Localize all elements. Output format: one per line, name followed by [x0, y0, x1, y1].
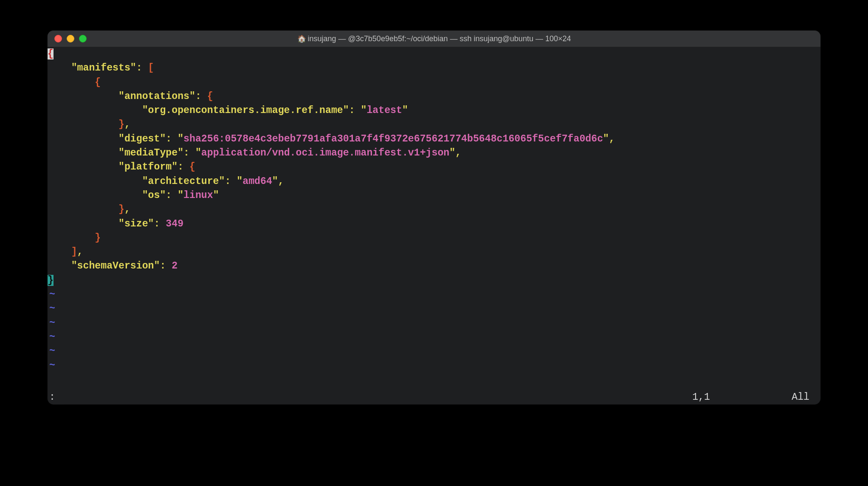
json-key: mediaType [124, 147, 178, 158]
home-icon: 🏠 [297, 34, 306, 43]
close-icon[interactable] [54, 35, 62, 42]
json-key: os [148, 190, 160, 201]
vim-cursor-position: 1,1 [692, 390, 710, 404]
vim-status-bar: : 1,1 All [48, 390, 820, 404]
vim-scroll-position: All [792, 390, 809, 404]
terminal-body[interactable]: { "manifests": [ { "annotations": { "org… [48, 47, 820, 404]
json-string: latest [366, 105, 402, 116]
json-key: digest [124, 133, 160, 144]
zoom-icon[interactable] [79, 35, 87, 42]
json-key: manifests [77, 62, 130, 73]
json-key: schemaVersion [77, 260, 154, 271]
json-number: 349 [166, 218, 183, 229]
match-brace-open: { [48, 48, 54, 59]
vim-empty-line: ~ [48, 303, 55, 314]
terminal-window: 🏠insujang — @3c7b50e9eb5f:~/oci/debian —… [48, 31, 820, 404]
json-key: annotations [124, 91, 189, 102]
json-number: 2 [172, 260, 178, 271]
vim-empty-line: ~ [48, 345, 55, 356]
vim-command-line[interactable]: : [49, 390, 55, 404]
match-brace-close: } [48, 275, 54, 286]
titlebar: 🏠insujang — @3c7b50e9eb5f:~/oci/debian —… [48, 31, 820, 47]
window-title-text: insujang — @3c7b50e9eb5f:~/oci/debian — … [308, 34, 571, 43]
json-string: amd64 [242, 176, 272, 187]
json-key: architecture [148, 176, 219, 187]
json-string: linux [183, 190, 213, 201]
json-key: org.opencontainers.image.ref.name [148, 105, 343, 116]
vim-empty-line: ~ [48, 289, 55, 300]
json-key: platform [124, 161, 172, 172]
vim-empty-line: ~ [48, 360, 55, 371]
json-key: size [124, 218, 148, 229]
json-string: application/vnd.oci.image.manifest.v1+js… [201, 147, 449, 158]
window-title: 🏠insujang — @3c7b50e9eb5f:~/oci/debian —… [48, 34, 820, 43]
vim-empty-line: ~ [48, 317, 55, 328]
json-string: sha256:0578e4c3ebeb7791afa301a7f4f9372e6… [183, 133, 603, 144]
window-controls [48, 35, 87, 42]
minimize-icon[interactable] [67, 35, 74, 42]
editor-content: { "manifests": [ { "annotations": { "org… [48, 47, 820, 373]
vim-empty-line: ~ [48, 331, 55, 342]
